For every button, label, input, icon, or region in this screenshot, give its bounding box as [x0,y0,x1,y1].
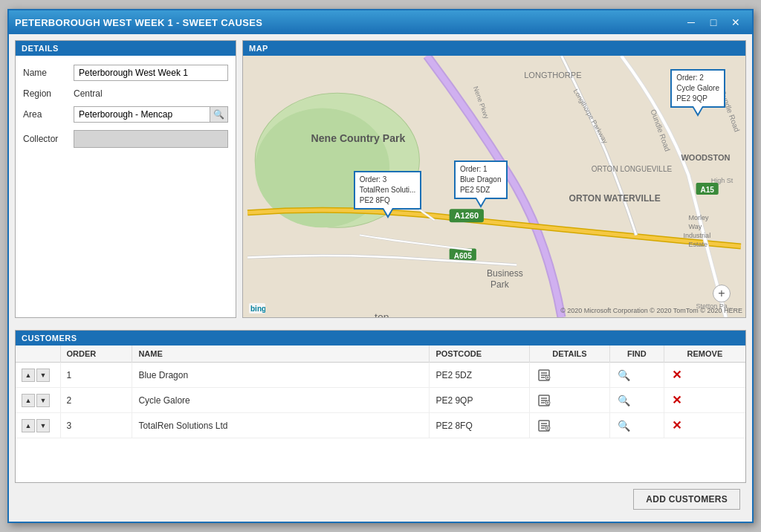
row1-remove-button[interactable]: ✕ [670,366,683,383]
row1-details-cell [529,363,609,388]
customers-table: ORDER NAME POSTCODE DETAILS FIND REMOVE [16,346,745,438]
col-name-header: NAME [132,346,430,363]
row3-remove-button[interactable]: ✕ [670,417,683,434]
svg-text:A1260: A1260 [455,211,479,220]
name-input[interactable] [74,65,228,81]
svg-text:bing: bing [250,305,265,313]
collector-row: Collector [23,130,228,148]
row2-arrows: ▲ ▼ [16,388,60,413]
top-section: DETAILS Name Region Central Area [9,34,752,324]
row1-details-button[interactable] [536,367,552,383]
map-content[interactable]: A1260 A605 [243,56,745,317]
col-find-header: FIND [609,346,664,363]
svg-text:A605: A605 [454,252,472,260]
row2-name: Cycle Galore [132,388,430,413]
row2-details-button[interactable] [536,392,552,409]
window-controls: ─ □ ✕ [681,15,746,30]
map-attribution: © 2020 Microsoft Corporation © 2020 TomT… [560,307,742,314]
row3-details-cell [529,413,609,438]
col-order-header: ORDER [60,346,132,363]
area-input-container: 🔍 [74,106,228,123]
map-panel: MAP [242,40,746,318]
svg-text:LONGTHORPE: LONGTHORPE [524,71,581,80]
map-svg: A1260 A605 [243,56,745,317]
region-value: Central [74,88,228,99]
row3-postcode: PE2 8FQ [430,413,529,438]
row1-postcode: PE2 5DZ [430,363,529,388]
row3-down-button[interactable]: ▼ [36,419,50,432]
region-row: Region Central [23,88,228,99]
row3-find-button[interactable]: 🔍 [616,418,632,433]
svg-text:A15: A15 [700,186,714,194]
row3-remove-cell: ✕ [664,413,745,438]
map-zoom-button[interactable]: + [713,285,731,302]
customers-header: CUSTOMERS [16,331,745,346]
col-details-header: DETAILS [529,346,609,363]
svg-text:High St: High St [711,177,734,184]
table-row: ▲ ▼ 3 TotalRen Solutions Ltd PE2 8FQ [16,413,745,438]
row1-find-cell: 🔍 [609,363,664,388]
svg-text:Industrial: Industrial [683,232,710,239]
region-label: Region [23,88,68,99]
bottom-section: CUSTOMERS ORDER NAME POSTCODE DETAILS FI… [9,324,752,522]
svg-text:Park: Park [490,279,510,290]
row3-find-cell: 🔍 [609,413,664,438]
row1-find-button[interactable]: 🔍 [616,368,632,383]
row3-order: 3 [60,413,132,438]
area-label: Area [23,109,68,120]
customers-table-container: ORDER NAME POSTCODE DETAILS FIND REMOVE [16,346,745,482]
details-panel: DETAILS Name Region Central Area [15,40,236,318]
main-content: DETAILS Name Region Central Area [9,34,752,522]
row2-order: 2 [60,388,132,413]
svg-text:ton: ton [375,311,389,317]
customers-panel: CUSTOMERS ORDER NAME POSTCODE DETAILS FI… [15,330,746,483]
col-postcode-header: POSTCODE [430,346,529,363]
name-row: Name [23,65,228,81]
row2-remove-button[interactable]: ✕ [670,392,683,409]
row1-remove-cell: ✕ [664,363,745,388]
maximize-button[interactable]: □ [703,15,724,30]
row1-down-button[interactable]: ▼ [36,369,50,382]
svg-text:Morley: Morley [688,214,709,221]
row2-remove-cell: ✕ [664,388,745,413]
svg-text:Way: Way [688,223,702,230]
area-row: Area 🔍 [23,106,228,123]
svg-text:Business: Business [487,268,523,279]
row2-postcode: PE2 9QP [430,388,529,413]
row1-arrows: ▲ ▼ [16,363,60,388]
map-header: MAP [243,41,745,56]
table-header-row: ORDER NAME POSTCODE DETAILS FIND REMOVE [16,346,745,363]
row1-up-button[interactable]: ▲ [22,369,35,382]
row2-details-cell [529,388,609,413]
row1-name: Blue Dragon [132,363,430,388]
close-button[interactable]: ✕ [725,15,746,30]
minimize-button[interactable]: ─ [681,15,702,30]
bing-icon: bing [249,302,267,314]
svg-text:Nene Country Park: Nene Country Park [311,132,406,144]
area-input[interactable] [74,107,210,122]
row2-find-button[interactable]: 🔍 [616,393,632,408]
row2-down-button[interactable]: ▼ [36,394,50,407]
svg-text:WOODSTON: WOODSTON [681,153,730,162]
svg-text:ORTON LONGUEVILLE: ORTON LONGUEVILLE [592,165,673,173]
details-body: Name Region Central Area 🔍 [16,56,236,157]
area-search-button[interactable]: 🔍 [210,107,227,122]
collector-field [74,130,228,148]
row3-details-button[interactable] [536,418,552,434]
row3-arrows: ▲ ▼ [16,413,60,438]
row2-up-button[interactable]: ▲ [22,394,35,407]
svg-text:ORTON WATERVILLE: ORTON WATERVILLE [569,193,661,204]
titlebar: PETERBOROUGH WEST WEEK 1 - SWEET CAUSES … [9,10,752,34]
svg-text:Estate: Estate [688,241,707,248]
row1-order: 1 [60,363,132,388]
name-label: Name [23,68,68,78]
table-row: ▲ ▼ 2 Cycle Galore PE2 9QP [16,388,745,413]
row2-find-cell: 🔍 [609,388,664,413]
row3-up-button[interactable]: ▲ [22,419,35,432]
col-arrows [16,346,60,363]
add-customers-button[interactable]: ADD CUSTOMERS [633,489,740,510]
row3-name: TotalRen Solutions Ltd [132,413,430,438]
table-row: ▲ ▼ 1 Blue Dragon PE2 5DZ [16,363,745,388]
details-header: DETAILS [16,41,236,56]
collector-label: Collector [23,134,68,144]
